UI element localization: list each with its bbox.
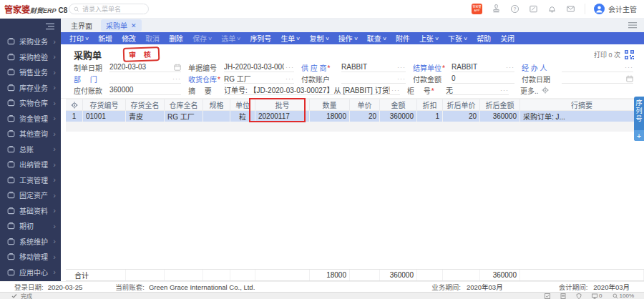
feedback-icon[interactable] — [529, 4, 538, 14]
toolbar-item-next-doc[interactable]: 下张∨ — [448, 33, 467, 44]
cell-amount[interactable]: 360000 — [380, 111, 417, 122]
monitor-icon[interactable] — [592, 293, 597, 299]
field-input-doc-date[interactable]: 2020-03-03 — [109, 62, 181, 72]
cell-disc-price[interactable]: 20 — [443, 111, 480, 122]
toolbar-item-copy[interactable]: 复制∨ — [310, 33, 329, 44]
field-input-container-no[interactable]: 无··· — [446, 85, 509, 95]
sidebar-item-purchase-business[interactable]: 采购业务 › — [0, 34, 61, 49]
sidebar-item-opening-balance[interactable]: 期初 › — [0, 218, 61, 234]
lookup-dots-icon[interactable]: ··· — [396, 64, 406, 71]
toolbar-item-cancel[interactable]: 取消 — [145, 33, 160, 44]
tab-home[interactable]: 主界面 — [71, 20, 92, 31]
field-input-pay-account[interactable]: ··· — [341, 74, 406, 84]
lookup-dots-icon[interactable]: ··· — [390, 87, 400, 94]
cell-discount[interactable]: 1 — [417, 111, 443, 122]
add-plus-button[interactable]: + — [634, 130, 644, 141]
column-header-disc-amount[interactable]: 折后金额 — [480, 99, 520, 110]
app-promo-icon[interactable]: 管家婆APP — [472, 4, 482, 14]
field-input-settle-unit[interactable]: RABBIT··· — [452, 62, 514, 72]
cell-qty[interactable]: 18000 — [310, 111, 350, 122]
tab-purchase-order[interactable]: 采购单 ✕ — [101, 19, 142, 31]
lookup-dots-icon[interactable]: ··· — [499, 87, 509, 94]
toolbar-item-link-query[interactable]: 联查∨ — [367, 33, 386, 44]
sidebar-item-payroll-management[interactable]: 工资管理 › — [0, 172, 61, 188]
sidebar-item-fund-management[interactable]: 资金管理 › — [0, 111, 61, 127]
sidebar-item-general-ledger[interactable]: 总账 › — [0, 142, 61, 157]
toolbar-item-prev-doc[interactable]: 上张∨ — [419, 33, 439, 44]
user-menu[interactable]: 会计主管 — [585, 4, 637, 14]
field-input-payable[interactable]: 360000 — [109, 85, 181, 95]
sidebar-item-system-maintenance[interactable]: 系统维护 › — [0, 234, 61, 250]
field-input-pay-amount[interactable]: 0 — [452, 74, 514, 84]
field-input-supplier[interactable]: RABBIT··· — [341, 62, 406, 72]
column-header-line-summary[interactable]: 行摘要 — [520, 99, 644, 110]
column-header-unit[interactable]: 单位 — [230, 99, 255, 110]
sidebar-collapse-button[interactable] — [0, 19, 61, 34]
column-header-item-no[interactable]: 存货编号 — [83, 99, 126, 110]
sidebar-item-inventory-business[interactable]: 库存业务 › — [0, 80, 61, 96]
sidebar-item-other-query[interactable]: 其他查询 › — [0, 126, 61, 142]
cell-warehouse-name[interactable]: RG 工厂 — [165, 111, 203, 122]
toolbar-item-delete[interactable]: 删除 — [169, 33, 183, 44]
sidebar-item-app-center[interactable]: 应用中心 › — [0, 265, 61, 280]
sidebar-item-base-data[interactable]: 基础资料 › — [0, 203, 61, 219]
sidebar-item-mobile-management[interactable]: 移动管理 › — [0, 249, 61, 265]
toolbar-item-print[interactable]: 打印∨ — [69, 33, 89, 44]
field-input-doc-no[interactable]: JH-2020-03-03-00029··· — [224, 62, 294, 72]
help-icon[interactable]: ? — [510, 4, 519, 14]
menu-search-input[interactable]: 请录入菜单名 — [69, 4, 149, 14]
lookup-dots-icon[interactable]: ··· — [396, 75, 406, 82]
column-header-batch-no[interactable]: 批号 — [255, 99, 310, 110]
sidebar-item-sales-business[interactable]: 销售业务 › — [0, 64, 61, 80]
toolbar-item-edit[interactable]: 修改 — [122, 33, 136, 44]
toolbar-item-attachment[interactable]: 附件 — [396, 33, 410, 44]
toolbar-item-help[interactable]: 帮助 — [477, 33, 491, 44]
cell-disc-amount[interactable]: 360000 — [480, 111, 520, 122]
column-header-disc-price[interactable]: 折后单价 — [443, 99, 480, 110]
mail-icon[interactable] — [566, 4, 575, 14]
column-header-row-index[interactable] — [66, 99, 83, 110]
qr-code-icon[interactable] — [625, 50, 634, 59]
sidebar-item-fixed-assets[interactable]: 固定资产 › — [0, 187, 61, 203]
cell-line-summary[interactable]: 采购订单: J... — [520, 111, 644, 122]
column-header-price[interactable]: 单价 — [350, 99, 380, 110]
toolbar-item-add[interactable]: 新增 — [98, 33, 112, 44]
cell-row-index[interactable]: 1 — [66, 111, 83, 122]
lookup-dots-icon[interactable]: ··· — [623, 64, 633, 71]
field-input-summary[interactable]: 订单号: 【JD-2020-03-03-00027】从 [RABBIT] 订货购… — [224, 85, 400, 95]
tab-list-button[interactable] — [628, 21, 637, 30]
stamp-icon[interactable] — [492, 4, 501, 14]
cell-item-no[interactable]: 01001 — [83, 111, 126, 122]
shield-icon[interactable] — [576, 293, 582, 299]
serial-number-side-tab[interactable]: 序列号 + — [634, 97, 644, 141]
column-header-spec[interactable]: 规格 — [203, 99, 230, 110]
cell-spec[interactable] — [203, 111, 230, 122]
more-fields-link[interactable]: 更多.. — [520, 85, 549, 96]
zoom-magnifier-icon[interactable] — [613, 293, 618, 299]
sidebar-item-cashier-management[interactable]: 出纳管理 › — [0, 157, 61, 172]
column-header-qty[interactable]: 数量 — [310, 99, 350, 110]
lookup-dots-icon[interactable]: ··· — [171, 75, 181, 82]
page-icon[interactable] — [560, 293, 566, 299]
field-input-pay-date[interactable] — [562, 74, 633, 84]
column-header-discount[interactable]: 折扣 — [417, 99, 443, 110]
tab-close-icon[interactable]: ✕ — [131, 22, 137, 29]
cell-unit[interactable]: 粒 — [230, 111, 255, 122]
sidebar-item-purchase-inspection[interactable]: 采购检验 › — [0, 49, 61, 65]
cell-item-name[interactable]: 青皮 — [126, 111, 165, 122]
field-input-department[interactable]: ··· — [109, 74, 181, 84]
toolbar-item-pick-order[interactable]: 选单∨ — [221, 33, 240, 44]
field-input-receive-warehouse[interactable]: RG 工厂··· — [224, 74, 294, 84]
toolbar-item-save[interactable]: 保存∨ — [192, 33, 212, 44]
notification-bell-icon[interactable] — [547, 4, 557, 14]
sidebar-item-physical-warehouse[interactable]: 实物仓库 › — [0, 95, 61, 111]
toolbar-item-operation[interactable]: 操作∨ — [338, 33, 358, 44]
toolbar-item-generate[interactable]: 生单∨ — [280, 33, 300, 44]
cell-batch-no[interactable]: 20200117 — [255, 111, 310, 122]
grid-row-selected[interactable]: 101001青皮RG 工厂粒20200117180002036000012036… — [66, 111, 644, 122]
lookup-dots-icon[interactable]: ··· — [284, 75, 294, 82]
column-header-item-name[interactable]: 存货全名 — [126, 99, 165, 110]
lookup-dots-icon[interactable]: ··· — [284, 64, 294, 71]
toolbar-item-close[interactable]: 关闭 — [500, 33, 514, 44]
field-input-handler[interactable]: ··· — [562, 62, 633, 72]
